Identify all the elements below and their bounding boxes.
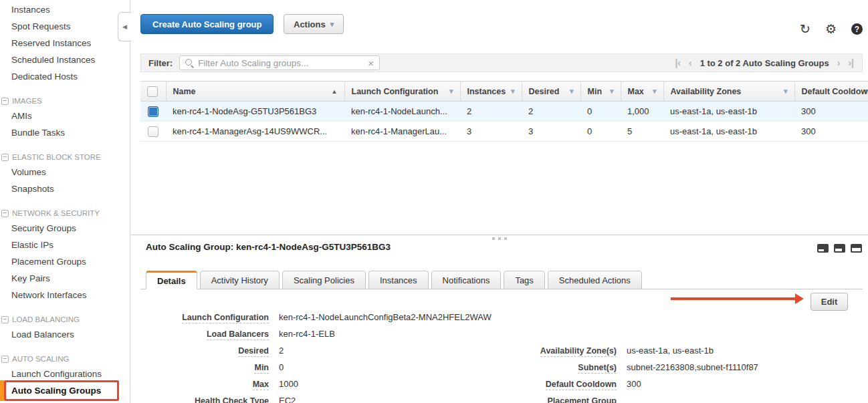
- field-value: subnet-22163808,subnet-f1110f87: [627, 362, 758, 372]
- tab-tags[interactable]: Tags: [504, 271, 544, 289]
- pagination-last-icon[interactable]: ›|: [848, 58, 854, 68]
- sidebar-item-network-interfaces[interactable]: Network Interfaces: [0, 287, 130, 303]
- cell-min: 0: [580, 102, 621, 122]
- chevron-down-icon: ▾: [330, 20, 334, 29]
- column-header-launch-configuration[interactable]: ▾Launch Configuration: [344, 82, 460, 102]
- row-checkbox[interactable]: [148, 106, 158, 117]
- layout-bottom-pane-icon[interactable]: [817, 244, 829, 253]
- actions-dropdown-button[interactable]: Actions ▾: [284, 14, 344, 34]
- pagination-first-icon[interactable]: |‹: [675, 58, 681, 68]
- field-value: 1000: [279, 379, 298, 389]
- filter-search-box[interactable]: ×: [179, 55, 380, 70]
- sidebar-collapse-toggle[interactable]: ◀: [118, 12, 131, 41]
- pagination-next-icon[interactable]: ›: [837, 58, 841, 68]
- tab-scaling-policies[interactable]: Scaling Policies: [282, 271, 366, 289]
- sidebar-item-elastic-ips[interactable]: Elastic IPs: [0, 237, 130, 253]
- sidebar-section-title: NETWORK & SECURITY: [12, 209, 100, 217]
- field-label: Health Check Type: [195, 396, 269, 403]
- sidebar-item-placement-groups[interactable]: Placement Groups: [0, 253, 130, 270]
- tab-instances[interactable]: Instances: [368, 271, 429, 289]
- column-header-max[interactable]: ▾Max: [621, 82, 663, 102]
- sidebar-item-dedicated-hosts[interactable]: Dedicated Hosts: [0, 68, 130, 85]
- help-icon[interactable]: ?: [851, 23, 863, 35]
- panel-resize-handle[interactable]: [492, 237, 507, 240]
- detail-field-subnet-s: Subnet(s)subnet-22163808,subnet-f1110f87: [456, 362, 758, 379]
- field-value: 0: [279, 362, 284, 372]
- sidebar-item-launch-configurations[interactable]: Launch Configurations: [0, 366, 130, 382]
- cell-desired: 2: [522, 102, 580, 122]
- cell-max: 5: [621, 122, 663, 142]
- sidebar-item-bundle-tasks[interactable]: Bundle Tasks: [0, 124, 130, 141]
- refresh-icon[interactable]: ↻: [800, 23, 810, 35]
- sidebar-section-title: AUTO SCALING: [12, 355, 69, 363]
- sidebar-section-network-security: −NETWORK & SECURITY: [0, 206, 130, 220]
- sidebar-item-amis[interactable]: AMIs: [0, 108, 130, 124]
- select-all-header: [140, 82, 166, 102]
- layout-full-pane-icon[interactable]: [851, 244, 862, 253]
- field-label: Launch Configuration: [182, 313, 269, 323]
- sidebar-item-spot-requests[interactable]: Spot Requests: [0, 18, 130, 35]
- create-auto-scaling-group-button[interactable]: Create Auto Scaling group: [140, 14, 274, 34]
- detail-field-launch-configuration: Launch Configurationken-rc4-1-NodeLaunch…: [146, 312, 492, 329]
- cell-name: ken-rc4-1-ManagerAsg-14US9WWCR...: [166, 122, 344, 142]
- sidebar-section-title: LOAD BALANCING: [12, 315, 80, 323]
- gear-icon[interactable]: ⚙: [825, 23, 837, 35]
- detail-field-health-check-type: Health Check TypeEC2: [146, 396, 492, 403]
- sidebar-item-auto-scaling-groups[interactable]: Auto Scaling Groups: [0, 382, 130, 399]
- cell-instances: 3: [460, 122, 522, 142]
- collapse-section-icon[interactable]: −: [1, 154, 9, 161]
- detail-field-load-balancers: Load Balancersken-rc4-1-ELB: [146, 329, 492, 346]
- sidebar-item-key-pairs[interactable]: Key Pairs: [0, 270, 130, 287]
- table-body: ken-rc4-1-NodeAsg-G5TU3P561BG3ken-rc4-1-…: [140, 102, 868, 142]
- select-all-checkbox[interactable]: [147, 86, 158, 97]
- collapse-section-icon[interactable]: −: [1, 210, 9, 217]
- sidebar-section-title: IMAGES: [12, 97, 42, 105]
- sidebar-item-snapshots[interactable]: Snapshots: [0, 180, 130, 197]
- field-value: ken-rc4-1-NodeLaunchConfigBeta2-MNA2HFEL…: [279, 312, 492, 322]
- sidebar-item-scheduled-instances[interactable]: Scheduled Instances: [0, 51, 130, 68]
- sidebar-item-instances[interactable]: Instances: [0, 1, 130, 18]
- search-icon: [185, 59, 194, 68]
- annotation-arrow-line: [671, 297, 795, 300]
- sidebar-item-security-groups[interactable]: Security Groups: [0, 220, 130, 237]
- collapse-section-icon[interactable]: −: [1, 98, 9, 105]
- tab-activity-history[interactable]: Activity History: [200, 271, 280, 289]
- clear-filter-icon[interactable]: ×: [368, 57, 374, 69]
- field-label: Default Cooldown: [546, 380, 617, 390]
- table-row[interactable]: ken-rc4-1-ManagerAsg-14US9WWCR...ken-rc4…: [140, 122, 868, 142]
- selected-item-highlight-box: [4, 380, 119, 401]
- cell-launch_config: ken-rc4-1-NodeLaunch...: [344, 102, 460, 122]
- actions-button-label: Actions: [294, 19, 326, 29]
- sidebar-item-load-balancers[interactable]: Load Balancers: [0, 326, 130, 343]
- sort-down-icon: ▾: [449, 87, 453, 96]
- collapse-section-icon[interactable]: −: [1, 316, 9, 323]
- layout-split-pane-icon[interactable]: [834, 244, 845, 253]
- edit-button[interactable]: Edit: [810, 293, 848, 311]
- sidebar-section-auto-scaling: −AUTO SCALING: [0, 352, 130, 366]
- tab-notifications[interactable]: Notifications: [431, 271, 502, 289]
- sort-down-icon: ▾: [784, 87, 788, 96]
- pagination-prev-icon[interactable]: ‹: [689, 58, 692, 68]
- detail-field-default-cooldown: Default Cooldown300: [456, 379, 758, 396]
- sidebar-item-volumes[interactable]: Volumes: [0, 164, 130, 180]
- column-header-default-cooldown[interactable]: ▾Default Cooldown: [794, 82, 868, 102]
- row-checkbox[interactable]: [148, 126, 158, 137]
- field-label: Subnet(s): [578, 363, 617, 374]
- column-header-instances[interactable]: ▾Instances: [460, 82, 522, 102]
- table-row[interactable]: ken-rc4-1-NodeAsg-G5TU3P561BG3ken-rc4-1-…: [140, 102, 868, 122]
- cell-azs: us-east-1a, us-east-1b: [663, 122, 794, 142]
- tab-details[interactable]: Details: [146, 271, 197, 289]
- column-header-name[interactable]: ▲Name: [166, 82, 344, 102]
- sidebar-item-reserved-instances[interactable]: Reserved Instances: [0, 35, 130, 51]
- field-value: us-east-1a, us-east-1b: [627, 346, 714, 356]
- collapse-section-icon[interactable]: −: [1, 356, 9, 363]
- tab-scheduled-actions[interactable]: Scheduled Actions: [548, 271, 642, 289]
- field-label: Min: [254, 363, 269, 374]
- column-header-min[interactable]: ▾Min: [580, 82, 621, 102]
- column-header-availability-zones[interactable]: ▾Availability Zones: [663, 82, 794, 102]
- pagination-label: 1 to 2 of 2 Auto Scaling Groups: [700, 58, 829, 68]
- row-checkbox-cell: [140, 122, 166, 142]
- column-header-desired[interactable]: ▾Desired: [522, 82, 580, 102]
- filter-search-input[interactable]: [198, 58, 364, 68]
- sidebar-section-load-balancing: −LOAD BALANCING: [0, 312, 130, 326]
